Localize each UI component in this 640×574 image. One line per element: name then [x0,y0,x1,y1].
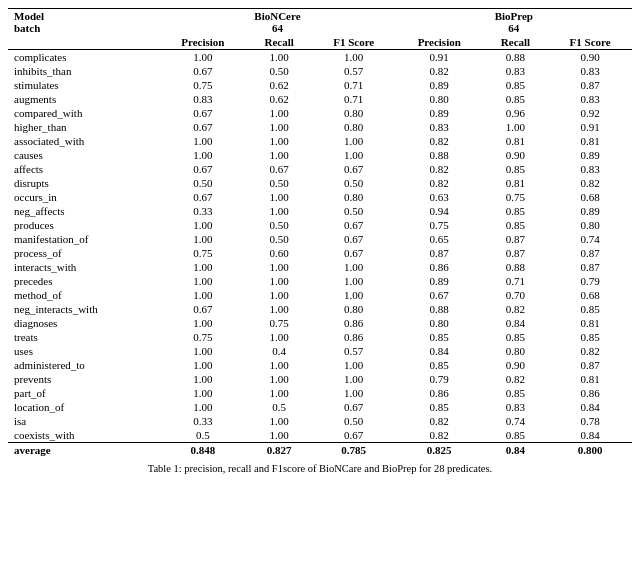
table-row: coexists_with0.51.000.670.820.850.84 [8,428,632,443]
model-batch-header: Modelbatch [8,9,159,36]
cell-value: 0.67 [159,120,246,134]
cell-value: 1.00 [159,148,246,162]
cell-value: 0.71 [483,274,548,288]
cell-value: 1.00 [312,134,396,148]
cell-value: 0.84 [483,316,548,330]
cell-value: 0.81 [483,176,548,190]
cell-value: 0.89 [548,204,632,218]
cell-value: 1.00 [312,288,396,302]
table-row: associated_with1.001.001.000.820.810.81 [8,134,632,148]
table-row: causes1.001.001.000.880.900.89 [8,148,632,162]
cell-value: 0.82 [483,372,548,386]
row-label: disrupts [8,176,159,190]
cell-value: 0.90 [548,50,632,65]
cell-value: 0.75 [396,218,483,232]
row-label: manifestation_of [8,232,159,246]
table-header-row: Modelbatch BioNCere64 BioPrep64 [8,9,632,36]
row-label: produces [8,218,159,232]
row-label: stimulates [8,78,159,92]
cell-value: 0.67 [312,232,396,246]
table-row: inhibits_than0.670.500.570.820.830.83 [8,64,632,78]
table-row: disrupts0.500.500.500.820.810.82 [8,176,632,190]
cell-value: 0.85 [396,330,483,344]
table-row: compared_with0.671.000.800.890.960.92 [8,106,632,120]
cell-value: 0.5 [246,400,311,414]
cell-value: 1.00 [246,134,311,148]
cell-value: 0.67 [312,218,396,232]
cell-value: 0.74 [483,414,548,428]
cell-value: 0.91 [548,120,632,134]
cell-value: 0.80 [312,190,396,204]
cell-value: 0.67 [159,64,246,78]
cell-value: 0.67 [396,288,483,302]
bioncere-precision-header: Precision [159,35,246,50]
cell-value: 1.00 [246,50,311,65]
table-body: complicates1.001.001.000.910.880.90inhib… [8,50,632,458]
row-label: associated_with [8,134,159,148]
cell-value: 0.87 [548,78,632,92]
cell-value: 0.67 [312,246,396,260]
row-label: occurs_in [8,190,159,204]
table-row: part_of1.001.001.000.860.850.86 [8,386,632,400]
table-caption: Table 1: precision, recall and F1score o… [8,463,632,474]
cell-value: 0.82 [396,428,483,443]
cell-value: 0.75 [483,190,548,204]
cell-value: 0.87 [548,358,632,372]
cell-value: 0.86 [396,386,483,400]
row-label: compared_with [8,106,159,120]
cell-value: 0.80 [396,316,483,330]
cell-value: 0.80 [312,120,396,134]
row-label: method_of [8,288,159,302]
row-label: location_of [8,400,159,414]
cell-value: 1.00 [312,358,396,372]
cell-value: 0.75 [159,78,246,92]
table-row: stimulates0.750.620.710.890.850.87 [8,78,632,92]
cell-value: 0.82 [396,162,483,176]
cell-value: 0.84 [483,443,548,458]
cell-value: 0.84 [548,428,632,443]
table-row: treats0.751.000.860.850.850.85 [8,330,632,344]
cell-value: 1.00 [246,414,311,428]
cell-value: 0.50 [312,414,396,428]
bioprep-recall-header: Recall [483,35,548,50]
table-row: occurs_in0.671.000.800.630.750.68 [8,190,632,204]
row-label: diagnoses [8,316,159,330]
bioncere-f1-header: F1 Score [312,35,396,50]
cell-value: 0.85 [483,330,548,344]
cell-value: 0.67 [312,162,396,176]
cell-value: 0.82 [483,302,548,316]
cell-value: 0.75 [246,316,311,330]
cell-value: 0.5 [159,428,246,443]
cell-value: 0.83 [159,92,246,106]
cell-value: 0.81 [548,316,632,330]
cell-value: 0.83 [548,64,632,78]
table-row: process_of0.750.600.670.870.870.87 [8,246,632,260]
cell-value: 0.81 [483,134,548,148]
cell-value: 1.00 [246,204,311,218]
row-label: prevents [8,372,159,386]
row-label: neg_affects [8,204,159,218]
cell-value: 0.74 [548,232,632,246]
cell-value: 1.00 [246,274,311,288]
row-label: isa [8,414,159,428]
cell-value: 1.00 [159,316,246,330]
table-row: complicates1.001.001.000.910.880.90 [8,50,632,65]
bioncere-recall-header: Recall [246,35,311,50]
cell-value: 0.67 [246,162,311,176]
cell-value: 0.83 [396,120,483,134]
bioprep-header: BioPrep64 [396,9,632,36]
cell-value: 1.00 [159,400,246,414]
table-row: neg_affects0.331.000.500.940.850.89 [8,204,632,218]
cell-value: 0.86 [396,260,483,274]
cell-value: 0.827 [246,443,311,458]
cell-value: 0.91 [396,50,483,65]
table-row: affects0.670.670.670.820.850.83 [8,162,632,176]
row-label: uses [8,344,159,358]
table-row: uses1.000.40.570.840.800.82 [8,344,632,358]
cell-value: 1.00 [246,260,311,274]
table-row: produces1.000.500.670.750.850.80 [8,218,632,232]
bioncere-header: BioNCere64 [159,9,395,36]
cell-value: 1.00 [483,120,548,134]
cell-value: 0.79 [548,274,632,288]
row-label: higher_than [8,120,159,134]
